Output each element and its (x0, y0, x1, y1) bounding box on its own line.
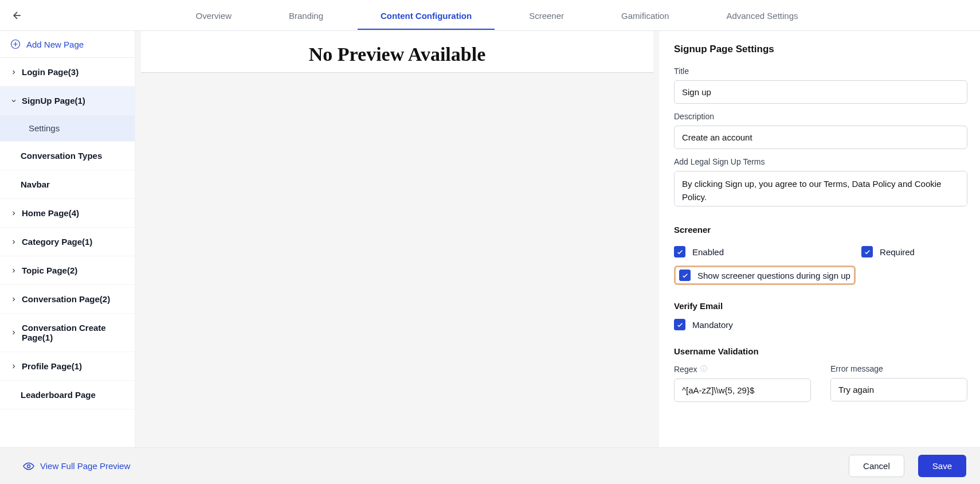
tab-overview[interactable]: Overview (195, 1, 232, 29)
sidebar-subitem-settings[interactable]: Settings (0, 115, 135, 142)
sidebar-item-conversation-page[interactable]: Conversation Page(2) (0, 285, 135, 314)
checkbox-required[interactable] (861, 246, 873, 257)
arrow-left-icon (11, 10, 23, 21)
title-input[interactable] (674, 80, 967, 104)
checkbox-mandatory[interactable] (674, 319, 685, 330)
chevron-right-icon (10, 239, 17, 245)
title-label: Title (674, 67, 967, 76)
back-button[interactable] (10, 9, 24, 22)
top-tabs: Overview Branding Content Configuration … (24, 1, 970, 29)
username-validation-head: Username Validation (674, 346, 967, 356)
screener-section-head: Screener (674, 225, 967, 235)
check-icon (676, 248, 684, 256)
chevron-right-icon (10, 210, 17, 217)
screener-required-row[interactable]: Required (861, 246, 915, 257)
screener-required-label: Required (880, 247, 915, 257)
eye-icon (23, 460, 34, 472)
error-message-label: Error message (830, 364, 967, 373)
checkbox-enabled[interactable] (674, 246, 685, 257)
verify-mandatory-label: Mandatory (692, 320, 733, 330)
error-message-input[interactable] (830, 378, 967, 401)
check-icon (681, 272, 689, 279)
preview-area: No Preview Available (135, 31, 659, 447)
sidebar-item-label: Category Page(1) (22, 237, 92, 247)
sidebar-item-login-page[interactable]: Login Page(3) (0, 58, 135, 87)
verify-email-head: Verify Email (674, 301, 967, 311)
verify-mandatory-row[interactable]: Mandatory (674, 319, 967, 330)
screener-show-label: Show screener questions during sign up (697, 271, 850, 280)
sidebar-item-profile-page[interactable]: Profile Page(1) (0, 352, 135, 381)
check-icon (676, 321, 684, 329)
tab-branding[interactable]: Branding (289, 1, 323, 29)
plus-circle-icon (10, 39, 21, 49)
sidebar-item-label: Topic Page(2) (22, 266, 77, 275)
settings-heading: Signup Page Settings (674, 44, 967, 55)
sidebar-item-signup-page[interactable]: SignUp Page(1) (0, 87, 135, 115)
regex-label: Regex (674, 365, 697, 374)
tab-screener[interactable]: Screener (529, 1, 564, 29)
screener-enabled-label: Enabled (692, 247, 724, 257)
sidebar-item-home-page[interactable]: Home Page(4) (0, 199, 135, 228)
sidebar-item-label: SignUp Page(1) (22, 96, 85, 106)
chevron-right-icon (10, 69, 17, 76)
chevron-down-icon (10, 97, 17, 104)
chevron-right-icon (10, 329, 17, 336)
regex-input[interactable] (674, 378, 811, 402)
sidebar-item-label: Login Page(3) (22, 67, 79, 77)
screener-show-row[interactable]: Show screener questions during sign up (679, 270, 850, 281)
sidebar-item-leaderboard-page[interactable]: Leaderboard Page (0, 381, 135, 409)
add-new-page-label: Add New Page (26, 40, 84, 49)
sidebar-item-conversation-create-page[interactable]: Conversation Create Page(1) (0, 314, 135, 352)
sidebar-item-label: Home Page(4) (22, 208, 79, 218)
tab-advanced-settings[interactable]: Advanced Settings (726, 1, 798, 29)
sidebar-item-label: Profile Page(1) (22, 361, 82, 371)
checkbox-show-screener[interactable] (679, 270, 691, 281)
svg-point-1 (28, 465, 30, 467)
highlighted-checkbox-row: Show screener questions during sign up (674, 266, 856, 285)
description-label: Description (674, 112, 967, 121)
sidebar-item-topic-page[interactable]: Topic Page(2) (0, 256, 135, 285)
view-full-page-preview[interactable]: View Full Page Preview (23, 460, 130, 472)
sidebar-item-conversation-types[interactable]: Conversation Types (0, 142, 135, 170)
cancel-button[interactable]: Cancel (849, 455, 904, 477)
sidebar-item-label: Conversation Page(2) (22, 294, 110, 304)
sidebar-item-category-page[interactable]: Category Page(1) (0, 228, 135, 256)
check-icon (864, 248, 871, 256)
preview-title: No Preview Available (141, 44, 653, 65)
tab-content-configuration[interactable]: Content Configuration (381, 1, 472, 29)
add-new-page-button[interactable]: Add New Page (0, 31, 135, 58)
save-button[interactable]: Save (918, 455, 966, 477)
screener-enabled-row[interactable]: Enabled (674, 246, 724, 257)
info-icon: ⓘ (700, 364, 707, 374)
legal-textarea[interactable]: By clicking Sign up, you agree to our Te… (674, 171, 967, 206)
sidebar: Add New Page Login Page(3) SignUp Page(1… (0, 31, 135, 447)
chevron-right-icon (10, 267, 17, 274)
footer: View Full Page Preview Cancel Save (0, 447, 980, 484)
chevron-right-icon (10, 363, 17, 370)
view-preview-label: View Full Page Preview (40, 461, 130, 471)
tab-gamification[interactable]: Gamification (621, 1, 669, 29)
settings-panel: Signup Page Settings Title Description A… (659, 31, 980, 447)
chevron-right-icon (10, 296, 17, 303)
legal-label: Add Legal Sign Up Terms (674, 157, 967, 166)
sidebar-item-navbar[interactable]: Navbar (0, 170, 135, 199)
description-input[interactable] (674, 126, 967, 149)
sidebar-item-label: Conversation Create Page(1) (22, 323, 124, 342)
